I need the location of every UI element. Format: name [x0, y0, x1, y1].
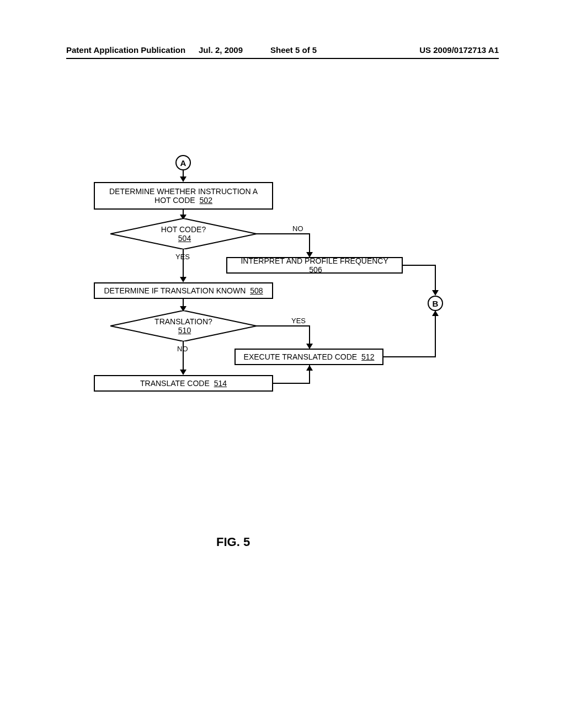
decision-504: HOT CODE?504: [110, 218, 257, 249]
process-502: DETERMINE WHETHER INSTRUCTION A HOT CODE…: [94, 182, 273, 210]
edge-512-b-h: [383, 356, 436, 357]
edge-512-b-v: [435, 311, 436, 357]
label-504-no: NO: [292, 224, 303, 233]
arrowhead-icon: [432, 311, 439, 316]
process-514: TRANSLATE CODE 514: [94, 375, 273, 392]
arrowhead-icon: [306, 365, 313, 371]
arrowhead-icon: [180, 277, 186, 282]
connector-a-label: A: [180, 158, 186, 168]
edge-506-b-h: [403, 265, 436, 266]
edge-504-no: [257, 233, 310, 234]
decision-504-text: HOT CODE?: [161, 225, 206, 234]
label-504-yes: YES: [175, 253, 190, 261]
figure-label: FIG. 5: [216, 535, 250, 549]
connector-b: B: [428, 296, 443, 311]
process-506: INTERPRET AND PROFILE FREQUENCY 506: [226, 257, 403, 274]
process-506-text: INTERPRET AND PROFILE FREQUENCY 506: [233, 256, 396, 274]
decision-510-ref: 510: [178, 326, 191, 335]
connector-b-label: B: [433, 299, 439, 308]
edge-510-yes: [257, 325, 310, 326]
edge-506-b-v: [435, 265, 436, 292]
arrowhead-icon: [432, 290, 439, 296]
process-512: EXECUTE TRANSLATED CODE 512: [234, 349, 383, 365]
process-508: DETERMINE IF TRANSLATION KNOWN 508: [94, 282, 273, 299]
process-512-text: EXECUTE TRANSLATED CODE 512: [244, 352, 375, 361]
edge-514-512-h: [273, 383, 310, 384]
flowchart-canvas: A DETERMINE WHETHER INSTRUCTION A HOT CO…: [0, 0, 565, 728]
connector-a: A: [175, 155, 191, 170]
label-510-no: NO: [177, 345, 188, 353]
decision-504-ref: 504: [178, 234, 191, 243]
process-502-text: DETERMINE WHETHER INSTRUCTION A HOT CODE…: [100, 187, 266, 205]
decision-510: TRANSLATION?510: [110, 311, 257, 341]
decision-510-text: TRANSLATION?: [154, 317, 212, 326]
label-510-yes: YES: [291, 317, 306, 325]
edge-510-yes-v: [309, 325, 310, 346]
process-514-text: TRANSLATE CODE 514: [140, 379, 227, 388]
process-508-text: DETERMINE IF TRANSLATION KNOWN 508: [104, 286, 263, 295]
arrowhead-icon: [180, 176, 186, 182]
edge-504-no-v: [309, 233, 310, 254]
arrowhead-icon: [180, 370, 186, 375]
